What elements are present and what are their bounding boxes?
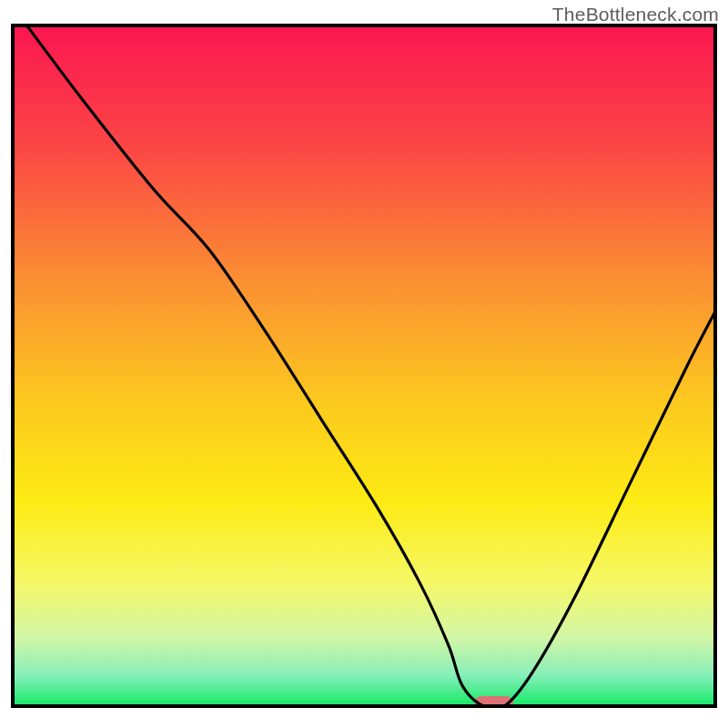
bottleneck-chart bbox=[0, 0, 728, 728]
watermark-text: TheBottleneck.com bbox=[552, 4, 719, 25]
gradient-background bbox=[13, 25, 715, 706]
chart-container: TheBottleneck.com bbox=[0, 0, 728, 728]
